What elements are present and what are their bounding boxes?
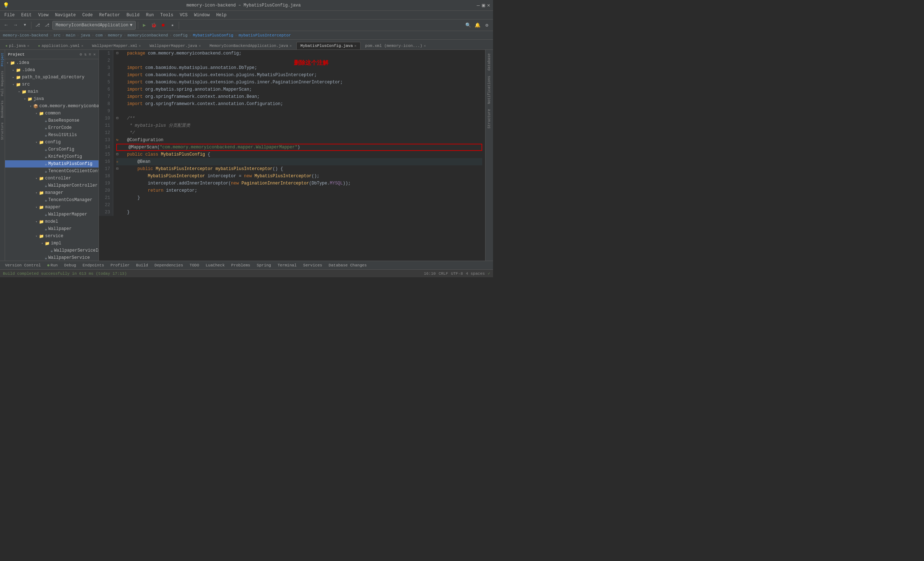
tree-item-impl[interactable]: ▾📁impl [5, 240, 99, 247]
toolbar-back-btn[interactable]: ← [2, 21, 10, 29]
project-dropdown[interactable]: MemoryIconBackendApplication ▼ [52, 21, 136, 30]
tree-item-knife4jconfig[interactable]: ☕Knife4jConfig [5, 153, 99, 160]
toolbar-recent-btn[interactable]: ▼ [21, 21, 29, 29]
nav-config[interactable]: config [173, 33, 188, 38]
maximize-btn[interactable]: ▣ [482, 2, 485, 8]
gutter-bean-icon[interactable]: ↻ [116, 136, 118, 144]
gutter-bean-icon[interactable]: ☕ [116, 158, 118, 165]
bottom-tool-build[interactable]: Build [133, 262, 151, 268]
nav-main[interactable]: main [66, 33, 75, 38]
tree-item-tencentcosmanager[interactable]: ☕TencentCosManager [5, 196, 99, 204]
right-tab-database[interactable]: database [486, 51, 492, 73]
bottom-tool-services[interactable]: Services [300, 262, 325, 268]
tab-wallpaper-mapper-xml[interactable]: WallpaperMapper.xml ✕ [88, 42, 145, 50]
bottom-tool-terminal[interactable]: Terminal [274, 262, 300, 268]
tree-item-com-memory-memoryiconbackend[interactable]: ▾📦com.memory.memoryiconbackend [5, 102, 99, 110]
menu-item-tools[interactable]: Tools [158, 12, 176, 18]
gutter-fold-icon[interactable]: ⊟ [116, 50, 118, 57]
nav-memoryiconbackend[interactable]: memoryiconbackend [128, 33, 168, 38]
nav-method[interactable]: mybatisPlusInterceptor [238, 33, 291, 38]
bottom-tool-profiler[interactable]: Profiler [108, 262, 132, 268]
menu-item-view[interactable]: View [35, 12, 52, 18]
tab-mybatisplusconfig[interactable]: MybatisPlusConfig.java ✕ [296, 42, 360, 50]
tab-wallpaper-mapper-java[interactable]: WallpaperMapper.java ✕ [146, 42, 205, 50]
gutter-fold-icon[interactable]: ⊟ [116, 165, 118, 172]
status-charset[interactable]: UTF-8 [451, 272, 463, 276]
bottom-tool-todo[interactable]: TODO [187, 262, 202, 268]
nav-root[interactable]: memory-icon-backend [3, 33, 48, 38]
tab-pom-xml[interactable]: pom.xml (memory-icon...) ✕ [361, 42, 430, 50]
left-tab-structure[interactable]: Structure [0, 121, 5, 141]
bottom-tool-debug[interactable]: Debug [62, 262, 79, 268]
tree-item-main[interactable]: ▾📁main [5, 88, 99, 95]
tree-item-wallpaperserviceimpl[interactable]: ☕WallpaperServiceImpl [5, 247, 99, 254]
status-position[interactable]: 16:10 [424, 272, 436, 276]
status-indent[interactable]: 4 spaces [466, 272, 485, 276]
right-tab-structure[interactable]: Structure [486, 107, 492, 130]
tree-item-wallpaper[interactable]: ☕Wallpaper [5, 225, 99, 232]
bottom-tool-database-changes[interactable]: Database Changes [326, 262, 370, 268]
menu-item-build[interactable]: Build [123, 12, 142, 18]
search-btn[interactable]: 🔍 [464, 21, 472, 29]
left-tab-project[interactable]: Project [0, 51, 5, 68]
tab-pl-java[interactable]: ● pl.java ✕ [2, 42, 33, 50]
tree-item-src[interactable]: ▾📁src [5, 81, 99, 88]
nav-memory[interactable]: memory [108, 33, 122, 38]
bottom-tool-run[interactable]: Run [44, 262, 61, 268]
project-header-icon-gear[interactable]: ⚙ [80, 52, 82, 57]
debug-btn[interactable]: 🐞 [150, 21, 158, 29]
toolbar-git2-btn[interactable]: ⎇ [43, 21, 51, 29]
tab-pl-java-close[interactable]: ✕ [27, 44, 29, 48]
code-content[interactable]: ⊟package com.memory.memoryiconbackend.co… [113, 50, 485, 216]
project-header-icon-collapse[interactable]: ≡ [89, 52, 92, 57]
right-tab-notifications[interactable]: Notifications [486, 74, 492, 106]
tree-item-config[interactable]: ▾📁config [5, 139, 99, 146]
tree-item-mapper[interactable]: ▾📁mapper [5, 204, 99, 211]
tree-item-manager[interactable]: ▾📁manager [5, 189, 99, 196]
bottom-tool-endpoints[interactable]: Endpoints [80, 262, 107, 268]
tree-item-baseresponse[interactable]: ☕BaseResponse [5, 117, 99, 124]
toolbar-forward-btn[interactable]: → [12, 21, 20, 29]
menu-item-file[interactable]: File [2, 12, 18, 18]
status-encoding[interactable]: CRLF [438, 272, 448, 276]
left-tab-pullrequests[interactable]: Pull Requests [0, 69, 5, 98]
tab-application-yaml-close[interactable]: ✕ [81, 44, 83, 48]
tree-item-wallpaperservice[interactable]: ☕WallpaperService [5, 254, 99, 261]
bottom-tool-version-control[interactable]: Version Control [2, 262, 44, 268]
tab-memory-icon-application-close[interactable]: ✕ [290, 44, 292, 48]
gutter-fold-icon[interactable]: ⊟ [116, 115, 118, 122]
nav-com[interactable]: com [95, 33, 102, 38]
nav-src[interactable]: src [53, 33, 61, 38]
tree-item-model[interactable]: ▾📁model [5, 218, 99, 225]
tree-item-corsconfig[interactable]: ☕CorsConfig [5, 146, 99, 153]
menu-item-run[interactable]: Run [143, 12, 157, 18]
tree-item--idea[interactable]: ▾📁.idea [5, 59, 99, 66]
left-tab-bookmarks[interactable]: Bookmarks [0, 99, 5, 120]
menu-item-window[interactable]: Window [191, 12, 213, 18]
tree-item-wallpapermapper[interactable]: ☕WallpaperMapper [5, 211, 99, 218]
tree-item--idea[interactable]: ▸📁.idea [5, 66, 99, 74]
project-header-icon-sort[interactable]: ⇅ [84, 52, 87, 57]
menu-item-navigate[interactable]: Navigate [52, 12, 79, 18]
menu-item-code[interactable]: Code [80, 12, 96, 18]
bottom-tool-spring[interactable]: Spring [254, 262, 274, 268]
tree-item-path-to-upload-directory[interactable]: ▸📁path_to_upload_directory [5, 74, 99, 81]
bottom-tool-luacheck[interactable]: LuaCheck [203, 262, 228, 268]
tab-pom-xml-close[interactable]: ✕ [424, 44, 426, 48]
tree-item-errorcode[interactable]: ☕ErrorCode [5, 124, 99, 131]
settings-btn[interactable]: ⚙ [483, 21, 491, 29]
window-controls[interactable]: — ▣ ✕ [477, 2, 490, 8]
project-header-icon-close[interactable]: ✕ [93, 52, 96, 57]
menu-item-refactor[interactable]: Refactor [96, 12, 123, 18]
tab-memory-icon-application[interactable]: MemoryIconBackendApplication.java ✕ [206, 42, 296, 50]
stop-btn[interactable]: ■ [159, 21, 167, 29]
tree-item-java[interactable]: ▾📁java [5, 95, 99, 102]
tab-wallpaper-mapper-java-close[interactable]: ✕ [198, 44, 201, 48]
close-btn[interactable]: ✕ [487, 2, 490, 8]
run-btn[interactable]: ▶ [140, 21, 148, 29]
toolbar-git-btn[interactable]: ⎇ [34, 21, 42, 29]
tree-item-wallpapercontroller[interactable]: ☕WallpaperController [5, 182, 99, 189]
tab-wallpaper-mapper-xml-close[interactable]: ✕ [139, 44, 141, 48]
tab-mybatisplusconfig-close[interactable]: ✕ [354, 44, 357, 48]
gutter-fold-icon[interactable]: ⊟ [116, 151, 118, 158]
